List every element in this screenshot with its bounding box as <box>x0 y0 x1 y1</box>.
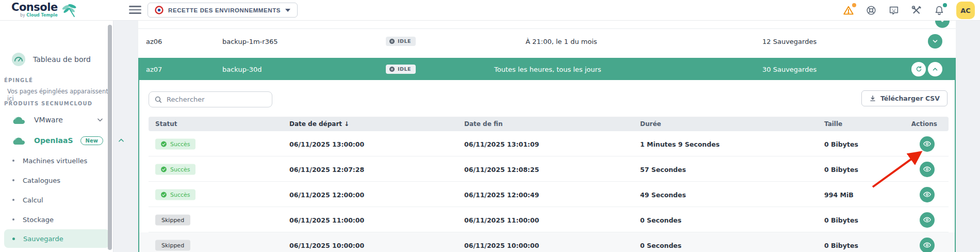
column-taille[interactable]: Taille <box>824 120 842 128</box>
openiaas-submenu: Machines virtuelles Catalogues Calcul St… <box>0 151 113 252</box>
sidebar: Tableau de bord ÉPINGLÉ Vos pages épingl… <box>0 21 113 252</box>
column-statut[interactable]: Statut <box>155 120 177 128</box>
sidebar-item-label: VMware <box>34 116 63 124</box>
job-backup-count: 30 Sauvegardes <box>762 65 816 73</box>
tools-icon[interactable] <box>911 5 922 16</box>
sidebar-subitem-réplication[interactable]: Réplication <box>4 248 109 252</box>
size: 0 Bibytes <box>824 140 858 148</box>
expand-chevron-button[interactable] <box>928 34 942 49</box>
job-status-badge: IDLE <box>386 65 416 74</box>
job-row-az06[interactable]: az06 backup-1m-r365 IDLE À 21:00, le 1 d… <box>138 29 956 53</box>
feedback-chat-icon[interactable] <box>888 5 900 16</box>
backup-table-body: Succès 06/11/2025 13:00:00 06/11/2025 13… <box>139 131 955 252</box>
user-avatar[interactable]: AC <box>956 2 975 19</box>
size: 0 Bibytes <box>824 216 858 224</box>
column-date-depart[interactable]: Date de départ ↓ <box>289 120 349 128</box>
sidebar-subitem-label: Catalogues <box>23 177 60 184</box>
view-details-eye-button[interactable] <box>920 238 935 252</box>
sidebar-subitem-label: Sauvegarde <box>23 235 63 243</box>
table-row: Skipped 06/11/2025 11:00:00 06/11/2025 1… <box>139 207 955 232</box>
status-badge: Succès <box>155 189 195 200</box>
end-date: 06/11/2025 11:00:00 <box>464 216 539 224</box>
view-details-eye-button[interactable] <box>920 212 935 228</box>
job-row-az07-expanded[interactable]: az07 backup-30d IDLE Toutes les heures, … <box>138 58 956 80</box>
view-details-eye-button[interactable] <box>920 162 935 177</box>
eye-icon <box>923 139 932 148</box>
size: 994 MiB <box>824 191 854 198</box>
pause-circle-icon <box>389 38 395 44</box>
warning-icon[interactable] <box>843 5 854 16</box>
tenant-selector-button[interactable]: RECETTE DES ENVIRONNEMMENTS <box>148 3 298 18</box>
chevron-down-icon <box>285 9 290 12</box>
table-row: Succès 06/11/2025 12:00:00 06/11/2025 12… <box>139 182 955 207</box>
notification-badge-dot <box>943 3 947 7</box>
sidebar-scrollbar[interactable] <box>108 25 112 250</box>
download-icon <box>869 95 876 102</box>
sidebar-item-openiaas[interactable]: OpenIaaS New <box>0 132 113 149</box>
view-details-eye-button[interactable] <box>920 136 935 152</box>
end-date: 06/11/2025 13:01:09 <box>464 140 539 148</box>
backup-detail-panel: Télécharger CSV Statut Date de départ ↓ … <box>138 80 956 252</box>
end-date: 06/11/2025 12:08:25 <box>464 165 539 173</box>
sidebar-item-dashboard[interactable]: Tableau de bord <box>0 51 113 68</box>
sidebar-item-vmware[interactable]: VMware <box>0 112 113 128</box>
check-circle-icon <box>160 191 167 198</box>
sidebar-subitem-label: Stockage <box>23 216 54 224</box>
pinned-section-header: ÉPINGLÉ <box>4 77 33 83</box>
download-csv-button[interactable]: Télécharger CSV <box>861 90 948 106</box>
job-schedule: Toutes les heures, tous les jours <box>494 65 601 73</box>
collapse-chevron-button[interactable] <box>928 62 942 76</box>
console-logo: Console by Cloud Temple <box>11 2 78 19</box>
column-date-fin[interactable]: Date de fin <box>464 120 502 128</box>
support-lifebuoy-icon[interactable] <box>865 5 877 16</box>
expand-chevron-button[interactable] <box>935 21 950 28</box>
job-status-badge: IDLE <box>386 37 416 46</box>
start-date: 06/11/2025 12:00:00 <box>289 191 364 198</box>
logo-title: Console <box>11 2 58 13</box>
sidebar-subitem-sauvegarde[interactable]: Sauvegarde <box>4 229 109 248</box>
pause-circle-icon <box>389 66 395 72</box>
dashboard-gauge-icon <box>11 52 26 67</box>
start-date: 06/11/2025 10:00:00 <box>289 241 364 249</box>
table-row: Succès 06/11/2025 13:00:00 06/11/2025 13… <box>139 131 955 156</box>
view-details-eye-button[interactable] <box>920 187 935 202</box>
chevron-up-icon <box>118 137 125 144</box>
logo-subtitle: by Cloud Temple <box>11 13 58 18</box>
cocarde-icon <box>155 6 164 14</box>
restore-refresh-button[interactable] <box>911 62 926 76</box>
new-badge: New <box>80 136 103 145</box>
search-input[interactable] <box>167 96 267 103</box>
sidebar-subitem-catalogues[interactable]: Catalogues <box>4 170 109 190</box>
bullet-icon <box>12 238 15 240</box>
sidebar-subitem-stockage[interactable]: Stockage <box>4 210 109 229</box>
cloud-icon <box>11 135 27 146</box>
eye-icon <box>923 165 932 174</box>
sidebar-item-label: Tableau de bord <box>33 55 91 64</box>
eye-icon <box>923 215 932 224</box>
size: 0 Bibytes <box>824 165 858 173</box>
job-id: az07 <box>146 65 162 73</box>
status-badge: Skipped <box>155 240 190 250</box>
sidebar-item-label: OpenIaaS <box>34 136 73 145</box>
products-section-header: PRODUITS SECNUMCLOUD <box>4 101 92 106</box>
column-duree[interactable]: Durée <box>640 120 661 128</box>
table-row: Succès 06/11/2025 12:07:28 06/11/2025 12… <box>139 156 955 182</box>
sidebar-subitem-calcul[interactable]: Calcul <box>4 190 109 210</box>
check-circle-icon <box>160 166 167 172</box>
table-row: Skipped 06/11/2025 10:00:00 06/11/2025 1… <box>139 232 955 252</box>
sidebar-subitem-machines-virtuelles[interactable]: Machines virtuelles <box>4 151 109 170</box>
dragonfly-icon <box>60 2 78 19</box>
eye-icon <box>923 190 932 199</box>
duration: 0 Secondes <box>640 241 681 249</box>
duration: 49 Secondes <box>640 191 686 198</box>
status-badge: Succès <box>155 138 195 149</box>
chevron-down-icon <box>96 116 104 123</box>
pinned-empty-hint: Vos pages épinglées apparaissent ici <box>7 88 113 102</box>
notifications-bell-icon[interactable] <box>934 5 945 16</box>
start-date: 06/11/2025 11:00:00 <box>289 216 364 224</box>
job-id: az06 <box>146 37 162 45</box>
previous-job-row-partial <box>138 21 956 29</box>
bullet-icon <box>12 160 14 162</box>
menu-toggle-icon[interactable] <box>129 5 141 15</box>
search-icon <box>154 96 162 104</box>
